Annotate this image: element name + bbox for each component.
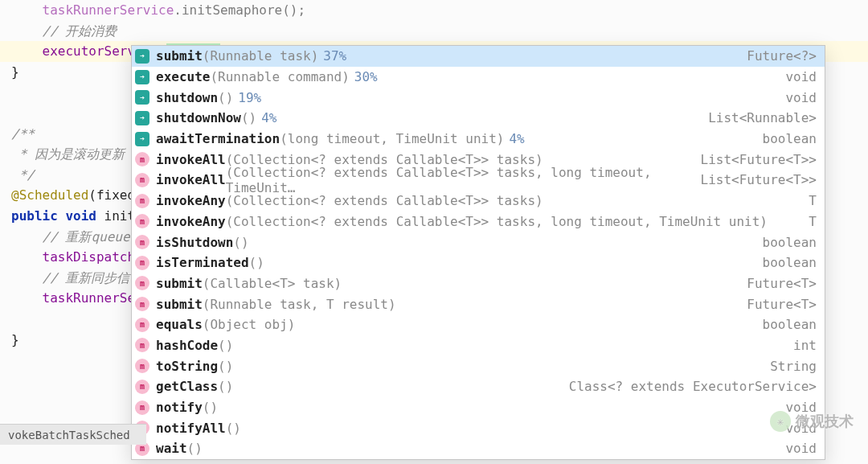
ide-editor: taskRunnerService.initSemaphore(); // 开始…: [0, 0, 868, 464]
method-icon: m: [135, 173, 149, 187]
completion-item[interactable]: mnotify()void: [132, 397, 825, 418]
return-type: boolean: [763, 235, 817, 250]
method-name: invokeAll: [156, 172, 226, 187]
usage-percent: 30%: [354, 69, 378, 84]
method-name: wait: [156, 441, 187, 456]
method-name: awaitTermination: [156, 131, 280, 146]
annotation: @Scheduled: [11, 187, 88, 203]
method-name: toString: [156, 359, 218, 374]
return-type: boolean: [763, 317, 817, 332]
wechat-icon: ✳: [770, 411, 791, 432]
method-icon: m: [135, 318, 149, 332]
method-name: shutdown: [156, 90, 218, 105]
method-params: (): [218, 359, 233, 374]
method-params: (Collection<? extends Callable<T>> tasks…: [226, 165, 701, 195]
completion-popup[interactable]: ➔submit(Runnable task)37%Future<?>➔execu…: [131, 45, 825, 460]
completion-item[interactable]: mtoString()String: [132, 355, 825, 376]
return-type: T: [809, 214, 817, 229]
return-type: T: [809, 193, 817, 208]
method-icon: m: [135, 214, 149, 228]
completion-item[interactable]: minvokeAny(Collection<? extends Callable…: [132, 191, 825, 211]
method-icon: m: [135, 256, 149, 270]
completion-item[interactable]: mwait()void: [132, 438, 825, 459]
method-params: (long timeout, TimeUnit unit): [280, 131, 504, 146]
method-icon: m: [135, 359, 149, 373]
method-params: (Collection<? extends Callable<T>> tasks…: [226, 193, 543, 208]
method-name: invokeAll: [156, 152, 226, 167]
completion-item[interactable]: misShutdown()boolean: [132, 232, 825, 253]
completion-item[interactable]: ➔shutdown()19%void: [132, 87, 825, 108]
usage-percent: 4%: [261, 110, 276, 125]
usage-percent: 4%: [509, 131, 524, 146]
return-type: int: [793, 338, 817, 353]
usage-percent: 37%: [323, 48, 346, 64]
comment: // 开始消费: [43, 23, 117, 39]
return-type: List<Future<T>>: [701, 152, 817, 167]
method-params: (): [218, 379, 233, 394]
completion-item[interactable]: ➔shutdownNow()4%List<Runnable>: [132, 108, 825, 129]
method-icon: m: [135, 400, 149, 415]
return-type: Class<? extends ExecutorService>: [569, 379, 817, 394]
method-params: (): [203, 400, 218, 415]
completion-item[interactable]: msubmit(Callable<T> task)Future<T>: [132, 273, 825, 294]
completion-item[interactable]: minvokeAny(Collection<? extends Callable…: [132, 211, 825, 232]
watermark: ✳ 微观技术: [770, 411, 854, 432]
method-name: notify: [156, 400, 203, 415]
method-name: execute: [156, 69, 210, 84]
completion-item[interactable]: mnotifyAll()void: [132, 417, 825, 438]
method-icon: m: [135, 297, 149, 311]
return-type: void: [785, 90, 817, 105]
run-icon: ➔: [135, 111, 149, 125]
method-name: shutdownNow: [156, 110, 241, 125]
method-name: isShutdown: [156, 235, 233, 250]
method-icon: m: [135, 152, 149, 166]
run-icon: ➔: [135, 49, 149, 64]
completion-item[interactable]: minvokeAll(Collection<? extends Callable…: [132, 170, 825, 191]
method-icon: m: [135, 338, 149, 352]
method-name: invokeAny: [156, 193, 226, 208]
watermark-text: 微观技术: [796, 412, 854, 431]
tab-label: vokeBatchTaskSched: [8, 429, 130, 441]
method-name: isTerminated: [156, 255, 249, 270]
method-params: (): [241, 110, 256, 125]
completion-item[interactable]: mgetClass()Class<? extends ExecutorServi…: [132, 376, 825, 397]
method-params: (): [233, 235, 248, 250]
completion-item[interactable]: ➔awaitTermination(long timeout, TimeUnit…: [132, 129, 825, 150]
return-type: void: [785, 441, 817, 456]
method-name: submit: [156, 48, 203, 64]
method-name: notifyAll: [156, 421, 226, 436]
completion-item[interactable]: mhashCode()int: [132, 335, 825, 356]
method-params: (): [226, 421, 241, 436]
return-type: boolean: [763, 131, 817, 146]
method-params: (Runnable task, T result): [203, 297, 396, 312]
method-icon: m: [135, 276, 149, 290]
return-type: List<Runnable>: [708, 110, 817, 125]
return-type: Future<T>: [747, 276, 817, 291]
completion-item[interactable]: misTerminated()boolean: [132, 253, 825, 273]
return-type: void: [785, 69, 817, 84]
method-name: equals: [156, 317, 203, 332]
method-params: (Callable<T> task): [203, 276, 342, 291]
method-params: (): [218, 338, 233, 353]
field-ref: taskRunnerService: [43, 2, 174, 18]
editor-tab[interactable]: vokeBatchTaskSched: [0, 424, 146, 445]
return-type: boolean: [763, 255, 817, 270]
method-name: hashCode: [156, 338, 218, 353]
method-params: (): [249, 255, 264, 270]
return-type: List<Future<T>>: [701, 172, 817, 187]
method-name: submit: [156, 276, 203, 291]
method-params: (Object obj): [203, 317, 296, 332]
method-params: (Collection<? extends Callable<T>> tasks…: [226, 214, 768, 229]
run-icon: ➔: [135, 90, 149, 105]
method-name: submit: [156, 297, 203, 312]
return-type: Future<?>: [747, 48, 817, 64]
method-name: getClass: [156, 379, 218, 394]
completion-item[interactable]: msubmit(Runnable task, T result)Future<T…: [132, 294, 825, 314]
run-icon: ➔: [135, 70, 149, 84]
completion-item[interactable]: ➔submit(Runnable task)37%Future<?>: [132, 46, 825, 67]
return-type: String: [770, 359, 817, 374]
completion-item[interactable]: mequals(Object obj)boolean: [132, 314, 825, 335]
method-icon: m: [135, 194, 149, 208]
completion-item[interactable]: ➔execute(Runnable command)30%void: [132, 67, 825, 88]
method-icon: m: [135, 235, 149, 249]
